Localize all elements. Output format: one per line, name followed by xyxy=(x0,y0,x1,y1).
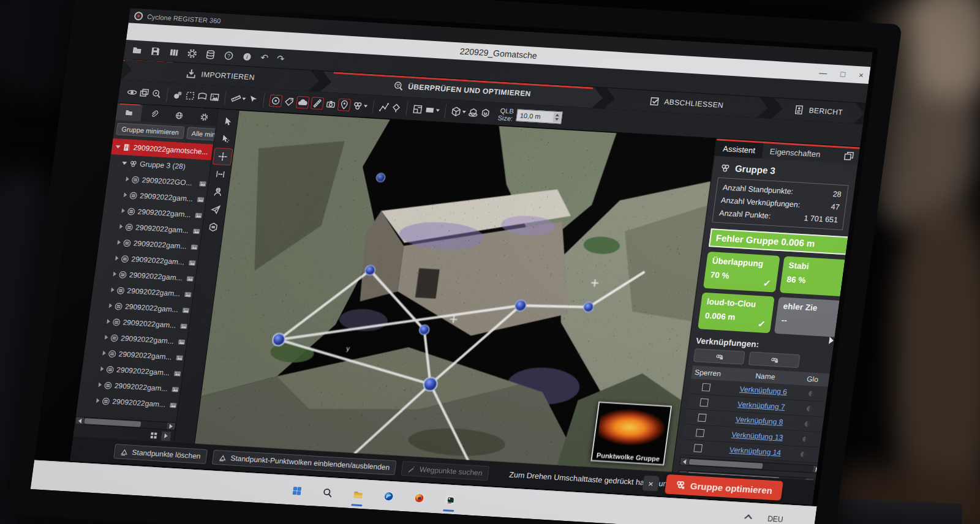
move-target-tool[interactable] xyxy=(213,148,232,165)
pin-tool[interactable] xyxy=(337,98,352,111)
minimize-button[interactable]: — xyxy=(818,68,827,78)
floorplan-tool[interactable] xyxy=(412,104,423,114)
lock-checkbox[interactable] xyxy=(699,398,709,406)
unlock-links-button[interactable] xyxy=(748,351,801,368)
taskbar-folder-tb-icon[interactable] xyxy=(348,484,369,506)
metric-tile[interactable]: loud-to-Clou0.006 m✓ xyxy=(698,293,775,334)
group-pointcloud-thumbnail[interactable]: Punktwolke Gruppe xyxy=(590,402,672,466)
lock-checkbox[interactable] xyxy=(698,413,707,422)
minimize-all-button[interactable]: Alle minim xyxy=(186,127,219,141)
measure-tool[interactable] xyxy=(230,93,246,103)
caret-down-icon[interactable] xyxy=(115,145,121,148)
taskbar-search-icon[interactable] xyxy=(317,482,338,504)
rect-select-tool[interactable] xyxy=(424,105,440,115)
layers-tool[interactable] xyxy=(139,88,150,98)
lock-links-button[interactable] xyxy=(693,348,745,365)
expand-panel-icon[interactable] xyxy=(161,431,172,441)
scroll-left-icon[interactable] xyxy=(680,458,688,465)
link-name[interactable]: Verknüpfung 6 xyxy=(739,385,788,397)
database-icon[interactable] xyxy=(205,49,216,59)
cube-m-tool[interactable]: M xyxy=(480,108,491,118)
image-thumbnail-icon[interactable] xyxy=(190,242,199,251)
cursor-tool[interactable] xyxy=(217,113,236,130)
taskbar-firefox-icon[interactable] xyxy=(409,487,429,509)
left-tab-folder[interactable] xyxy=(115,103,143,121)
language-indicator[interactable]: DEU xyxy=(767,514,783,523)
lock-checkbox[interactable] xyxy=(701,383,710,391)
lock-checkbox[interactable] xyxy=(695,429,704,437)
image-thumbnail-icon[interactable] xyxy=(192,227,201,236)
taskbar-edge-icon[interactable] xyxy=(379,485,399,507)
optimize-group-button[interactable]: Gruppe optimieren xyxy=(665,474,783,501)
info-icon[interactable]: i xyxy=(241,51,252,62)
image-thumbnail-icon[interactable] xyxy=(175,353,184,362)
camera-tool[interactable] xyxy=(325,99,336,109)
caret-down-icon[interactable] xyxy=(122,162,127,165)
caret-right-icon[interactable] xyxy=(96,398,100,403)
caret-right-icon[interactable] xyxy=(124,192,127,197)
gear-icon[interactable] xyxy=(187,48,198,59)
minimize-group-button[interactable]: Gruppe minimieren xyxy=(116,122,184,138)
save-icon[interactable] xyxy=(150,46,161,56)
image-thumbnail-icon[interactable] xyxy=(173,369,182,378)
taskbar-cyclone-icon[interactable] xyxy=(439,488,460,511)
left-tab-paperclip[interactable] xyxy=(140,105,168,123)
link-name[interactable]: Verknüpfung 7 xyxy=(737,400,785,411)
image-thumbnail-icon[interactable] xyxy=(171,385,180,394)
library-icon[interactable] xyxy=(168,47,179,58)
image-thumbnail-icon[interactable] xyxy=(196,195,205,204)
scroll-right-icon[interactable] xyxy=(813,466,821,473)
image-thumbnail-icon[interactable] xyxy=(186,274,195,283)
target-tool[interactable] xyxy=(269,94,283,107)
image-thumbnail-icon[interactable] xyxy=(184,290,193,299)
image-thumbnail-icon[interactable] xyxy=(198,179,208,188)
group-error-banner[interactable]: Fehler Gruppe 0.006 m xyxy=(709,228,858,255)
caret-right-icon[interactable] xyxy=(119,224,123,229)
caret-right-icon[interactable] xyxy=(107,319,110,324)
caret-right-icon[interactable] xyxy=(98,382,102,387)
image-thumbnail-icon[interactable] xyxy=(179,322,189,331)
dismiss-hint-button[interactable]: × xyxy=(642,475,659,491)
caret-right-icon[interactable] xyxy=(117,240,121,245)
viewcube-tool[interactable] xyxy=(451,106,467,116)
metric-tile[interactable]: Stabi86 %✓ xyxy=(780,256,857,297)
image-thumbnail-icon[interactable] xyxy=(187,258,197,267)
metric-tile[interactable]: Überlappung70 %✓ xyxy=(703,252,780,293)
level-tool[interactable] xyxy=(391,102,402,113)
scrollbar-thumb[interactable] xyxy=(689,459,763,469)
toggle-pointclouds-button[interactable]: Standpunkt-Punktwolken einblenden/ausble… xyxy=(212,450,397,476)
qlb-size-input[interactable]: 10,0 m xyxy=(516,109,564,124)
image-thumbnail-icon[interactable] xyxy=(181,306,190,315)
caret-right-icon[interactable] xyxy=(115,256,119,261)
image-thumbnail-icon[interactable] xyxy=(194,211,203,220)
grid-view-icon[interactable] xyxy=(149,431,159,440)
panorama-tool[interactable] xyxy=(197,91,208,102)
find-waypoints-button[interactable]: Wegpunkte suchen xyxy=(401,461,489,481)
caret-right-icon[interactable] xyxy=(111,287,115,292)
metric-tile[interactable]: ehler Zie-- xyxy=(774,297,851,338)
left-tab-globe[interactable] xyxy=(165,106,193,124)
orbit-tool[interactable] xyxy=(127,87,138,97)
vr-person-tool[interactable] xyxy=(208,184,227,201)
stick-tool[interactable] xyxy=(311,97,325,110)
photo-cube-tool[interactable] xyxy=(203,219,222,236)
image-thumbnail-icon[interactable] xyxy=(177,337,186,346)
spinner-buttons[interactable] xyxy=(553,112,562,122)
spheres-tool[interactable] xyxy=(173,89,184,100)
caret-right-icon[interactable] xyxy=(109,303,113,308)
link-name[interactable]: Verknüpfung 8 xyxy=(735,415,783,427)
redo-icon[interactable]: ↷ xyxy=(276,54,285,64)
area-select-tool[interactable] xyxy=(184,91,195,101)
span-distance-tool[interactable] xyxy=(211,166,230,183)
lock-checkbox[interactable] xyxy=(693,444,703,452)
tag-tool[interactable] xyxy=(284,96,295,107)
maximize-button[interactable]: □ xyxy=(840,69,846,78)
pop-out-panel-icon[interactable] xyxy=(843,151,854,161)
show-hidden-icons-chevron[interactable] xyxy=(744,514,752,522)
zoom-orbit-tool[interactable] xyxy=(151,88,162,99)
caret-right-icon[interactable] xyxy=(121,208,125,213)
viewport-3d[interactable]: y Punktwolke Gruppe xyxy=(195,110,716,472)
caret-right-icon[interactable] xyxy=(102,351,106,356)
caret-right-icon[interactable] xyxy=(105,335,108,340)
taskbar-start-icon[interactable] xyxy=(287,480,307,502)
